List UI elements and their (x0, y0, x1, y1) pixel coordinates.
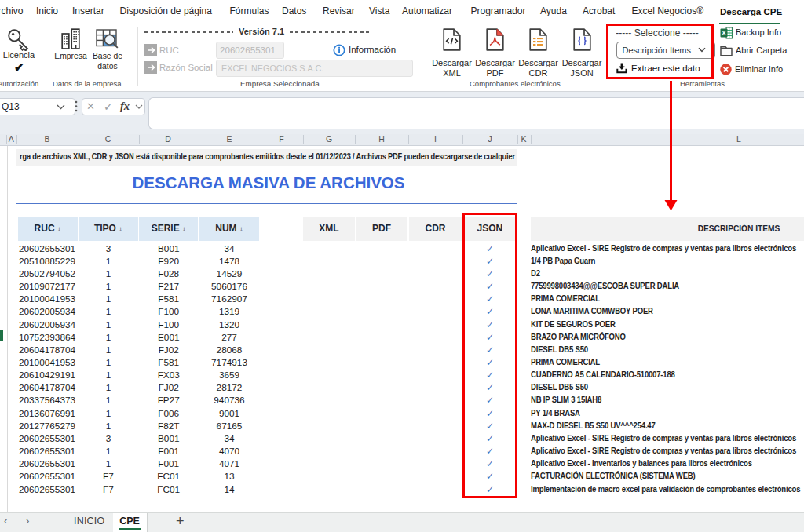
svg-text:X: X (722, 29, 726, 37)
